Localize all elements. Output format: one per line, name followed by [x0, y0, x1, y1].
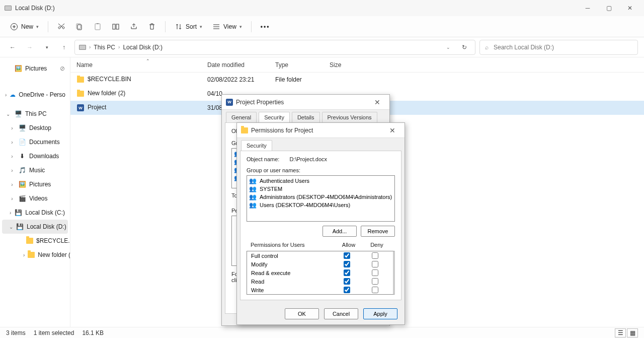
view-label: View	[223, 23, 236, 30]
group-item[interactable]: 👥SYSTEM	[248, 185, 393, 193]
maximize-button[interactable]: ▢	[599, 1, 619, 15]
sidebar-item[interactable]: ›🎵 Music	[2, 163, 68, 177]
trash-icon	[148, 23, 156, 31]
sidebar-item-label: Pictures	[29, 181, 51, 188]
add-button[interactable]: Add...	[323, 226, 357, 237]
sidebar-subitem[interactable]: › New folder (2	[9, 248, 68, 262]
apply-button[interactable]: Apply	[363, 308, 397, 319]
sidebar-item-onedrive[interactable]: ›☁ OneDrive - Perso	[2, 88, 68, 102]
file-row[interactable]: $RECYCLE.BIN 02/08/2022 23:21 File folde…	[70, 73, 644, 87]
sidebar-item[interactable]: ›📄 Documents	[2, 135, 68, 149]
tab-previous-versions[interactable]: Previous Versions	[322, 112, 377, 122]
window-title: Local Disk (D:)	[15, 5, 578, 12]
delete-button[interactable]	[144, 19, 160, 35]
allow-checkbox[interactable]	[344, 252, 350, 259]
allow-checkbox[interactable]	[344, 269, 350, 276]
group-item[interactable]: 👥Authenticated Users	[248, 177, 393, 185]
deny-checkbox[interactable]	[372, 278, 378, 285]
titlebar: Local Disk (D:) ─ ▢ ✕	[0, 0, 644, 16]
status-selected: 1 item selected	[34, 329, 74, 336]
sidebar-item[interactable]: ›💾 Local Disk (C:)	[2, 206, 68, 220]
item-icon: 💾	[16, 223, 24, 231]
search-box[interactable]: ⌕	[479, 40, 638, 55]
search-icon: ⌕	[485, 44, 489, 51]
group-item[interactable]: 👥Users (DESKTOP-4MDO6M4\Users)	[248, 201, 393, 209]
ok-button[interactable]: OK	[285, 308, 319, 319]
permission-name: Write	[251, 287, 333, 293]
folder-icon	[241, 127, 248, 133]
item-icon: 🎵	[18, 166, 26, 174]
new-button[interactable]: New ▾	[6, 19, 43, 35]
users-icon: 👥	[249, 193, 257, 200]
col-name[interactable]: Name⌃	[70, 61, 201, 69]
paste-button[interactable]	[90, 19, 106, 35]
groups-listbox[interactable]: 👥Authenticated Users👥SYSTEM👥Administrato…	[247, 175, 395, 222]
search-input[interactable]	[493, 43, 632, 51]
deny-checkbox[interactable]	[372, 287, 378, 293]
tab-details[interactable]: Details	[292, 112, 320, 122]
group-item[interactable]: 👥Administrators (DESKTOP-4MDO6M4\Adminis…	[248, 193, 393, 201]
address-bar[interactable]: › This PC › Local Disk (D:) ⌄ ↻	[74, 40, 475, 55]
sidebar-item[interactable]: ›🖼️ Pictures	[2, 177, 68, 191]
col-date[interactable]: Date modified	[201, 61, 269, 69]
deny-checkbox[interactable]	[372, 252, 378, 259]
view-button[interactable]: View ▾	[208, 19, 246, 35]
allow-checkbox[interactable]	[344, 278, 350, 285]
sidebar-item[interactable]: ›🎬 Videos	[2, 191, 68, 206]
up-button[interactable]: ↑	[57, 41, 70, 54]
users-icon: 👥	[249, 185, 257, 192]
sort-button[interactable]: Sort ▾	[171, 19, 206, 35]
col-size[interactable]: Size	[324, 61, 364, 69]
sidebar-item[interactable]: ›🖥️ Desktop	[2, 121, 68, 135]
chevron-icon: ›	[118, 44, 120, 50]
tab-general[interactable]: General	[226, 112, 257, 122]
sidebar: 🖼️ Pictures ⊘ ›☁ OneDrive - Perso ⌄🖥️ Th…	[0, 57, 70, 327]
sidebar-item[interactable]: ›⬇ Downloads	[2, 149, 68, 163]
close-icon[interactable]: ✕	[384, 126, 400, 134]
close-button[interactable]: ✕	[620, 1, 640, 15]
sidebar-subitem[interactable]: $RECYCLE.BIN	[9, 234, 68, 248]
deny-checkbox[interactable]	[372, 261, 378, 267]
remove-button[interactable]: Remove	[361, 226, 395, 237]
breadcrumb[interactable]: This PC	[94, 44, 115, 51]
rename-icon	[112, 23, 120, 31]
close-icon[interactable]: ✕	[369, 98, 385, 106]
deny-checkbox[interactable]	[372, 269, 378, 276]
users-icon: 👥	[249, 177, 257, 184]
allow-checkbox[interactable]	[344, 261, 350, 267]
sidebar-item-thispc[interactable]: ⌄🖥️ This PC	[2, 107, 68, 121]
dialog-titlebar[interactable]: W Project Properties ✕	[222, 95, 389, 110]
tab-security[interactable]: Security	[259, 112, 290, 122]
cancel-button[interactable]: Cancel	[324, 308, 358, 319]
rename-button[interactable]	[108, 19, 124, 35]
item-icon: 🎬	[18, 194, 26, 202]
sidebar-item-pictures[interactable]: 🖼️ Pictures ⊘	[2, 61, 68, 76]
more-button[interactable]: •••	[257, 19, 274, 35]
forward-button[interactable]: →	[23, 41, 36, 54]
col-type[interactable]: Type	[269, 61, 324, 69]
breadcrumb[interactable]: Local Disk (D:)	[123, 44, 163, 51]
cut-button[interactable]	[53, 19, 69, 35]
minimize-button[interactable]: ─	[578, 1, 598, 15]
share-button[interactable]	[126, 19, 142, 35]
sidebar-item[interactable]: ⌄💾 Local Disk (D:)	[2, 220, 68, 234]
tab-security[interactable]: Security	[241, 140, 272, 151]
svg-rect-5	[113, 24, 115, 29]
new-label: New	[21, 23, 33, 30]
copy-icon	[75, 23, 84, 31]
refresh-button[interactable]: ↻	[458, 41, 471, 54]
details-view-button[interactable]: ☰	[615, 328, 626, 337]
ellipsis-icon: •••	[261, 23, 270, 30]
dialog-titlebar[interactable]: Permissions for Project ✕	[237, 123, 405, 138]
perm-label: Permissions for Users	[251, 242, 335, 248]
allow-checkbox[interactable]	[344, 287, 350, 293]
folder-icon	[28, 251, 35, 259]
large-view-button[interactable]: ▦	[627, 328, 638, 337]
folder-icon	[76, 76, 85, 84]
address-dropdown[interactable]: ⌄	[442, 41, 455, 54]
back-button[interactable]: ←	[6, 41, 19, 54]
allow-label: Allow	[335, 242, 363, 248]
cloud-icon: ☁	[10, 91, 16, 99]
recent-button[interactable]: ▾	[40, 41, 53, 54]
copy-button[interactable]	[71, 19, 88, 35]
